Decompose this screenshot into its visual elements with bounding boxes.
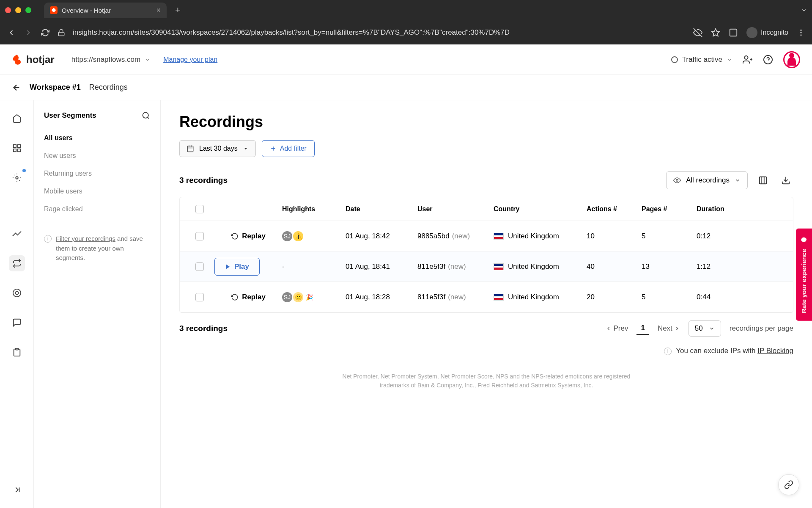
row-checkbox[interactable] bbox=[195, 293, 204, 301]
col-duration[interactable]: Duration bbox=[697, 205, 747, 213]
col-user[interactable]: User bbox=[417, 205, 494, 213]
columns-button[interactable] bbox=[755, 173, 771, 188]
date-range-filter[interactable]: Last 30 days bbox=[179, 140, 256, 157]
segment-rage-clicked[interactable]: Rage clicked bbox=[44, 200, 150, 218]
current-page[interactable]: 1 bbox=[636, 322, 649, 335]
maximize-window-button[interactable] bbox=[25, 7, 31, 13]
row-checkbox[interactable] bbox=[195, 232, 204, 240]
nav-trends[interactable] bbox=[9, 226, 25, 242]
highlight-badge: 😕 bbox=[293, 292, 303, 302]
site-url: https://snapflows.com bbox=[71, 55, 140, 64]
segment-mobile-users[interactable]: Mobile users bbox=[44, 182, 150, 200]
nav-dashboard[interactable] bbox=[9, 140, 25, 156]
col-pages[interactable]: Pages # bbox=[642, 205, 697, 213]
help-icon[interactable] bbox=[763, 55, 773, 65]
per-page-select[interactable]: 50 bbox=[689, 320, 721, 337]
col-actions[interactable]: Actions # bbox=[587, 205, 642, 213]
hotjar-logo[interactable]: hotjar bbox=[12, 54, 55, 66]
forward-button[interactable] bbox=[24, 28, 33, 37]
select-all-checkbox[interactable] bbox=[195, 205, 204, 213]
tabs-overflow-icon[interactable] bbox=[801, 7, 807, 13]
play-icon bbox=[225, 264, 231, 270]
nav-heatmaps[interactable] bbox=[9, 285, 25, 301]
menu-icon[interactable] bbox=[797, 28, 805, 37]
flag-uk-icon bbox=[494, 263, 504, 270]
svg-rect-2 bbox=[730, 29, 737, 36]
tab-title: Overview - Hotjar bbox=[62, 7, 111, 14]
incognito-icon bbox=[746, 27, 757, 38]
content: Recordings Last 30 days Add filter 3 rec… bbox=[161, 100, 812, 508]
segments-hint: i Filter your recordings and save them t… bbox=[44, 234, 150, 263]
share-link-button[interactable] bbox=[778, 474, 799, 495]
prev-button[interactable]: Prev bbox=[606, 324, 628, 333]
col-date[interactable]: Date bbox=[346, 205, 417, 213]
summary-row: 3 recordings All recordings bbox=[179, 171, 793, 189]
download-button[interactable] bbox=[778, 173, 793, 188]
nav-highlights[interactable] bbox=[9, 170, 25, 186]
svg-rect-13 bbox=[17, 145, 20, 147]
traffic-status-selector[interactable]: Traffic active bbox=[671, 55, 732, 64]
reload-button[interactable] bbox=[41, 28, 50, 37]
main-area: User Segments All users New users Return… bbox=[0, 100, 812, 508]
date-cell: 01 Aug, 18:28 bbox=[346, 293, 417, 301]
svg-rect-15 bbox=[13, 149, 16, 152]
calendar-icon bbox=[187, 145, 194, 152]
back-button[interactable] bbox=[7, 28, 16, 37]
manage-plan-link[interactable]: Manage your plan bbox=[163, 56, 217, 64]
next-button[interactable]: Next bbox=[658, 324, 680, 333]
workspace-crumb[interactable]: Workspace #1 bbox=[30, 83, 81, 92]
country-cell: United Kingdom bbox=[494, 232, 587, 240]
add-filter-button[interactable]: Add filter bbox=[262, 140, 315, 157]
new-tab-button[interactable]: + bbox=[175, 5, 181, 16]
nav-collapse[interactable] bbox=[9, 482, 25, 498]
close-window-button[interactable] bbox=[5, 7, 11, 13]
site-lock-icon[interactable] bbox=[58, 29, 65, 36]
tab-bar: Overview - Hotjar × + bbox=[0, 0, 812, 20]
table-row[interactable]: Replay SJ⚠️ 01 Aug, 18:42 9885a5bd(new) … bbox=[180, 221, 793, 251]
search-icon[interactable] bbox=[142, 111, 150, 120]
feedback-tab-label: Rate your experience bbox=[801, 249, 808, 313]
col-highlights[interactable]: Highlights bbox=[282, 205, 346, 213]
svg-point-4 bbox=[800, 32, 801, 33]
row-checkbox[interactable] bbox=[195, 262, 204, 271]
segment-returning-users[interactable]: Returning users bbox=[44, 165, 150, 182]
minimize-window-button[interactable] bbox=[15, 7, 21, 13]
incognito-badge[interactable]: Incognito bbox=[746, 27, 788, 38]
table-row[interactable]: Replay SJ😕🎉 01 Aug, 18:28 811e5f3f(new) … bbox=[180, 282, 793, 312]
caret-down-icon bbox=[243, 146, 249, 152]
browser-tab[interactable]: Overview - Hotjar × bbox=[44, 3, 167, 18]
svg-rect-0 bbox=[58, 32, 64, 36]
segment-new-users[interactable]: New users bbox=[44, 147, 150, 165]
back-arrow[interactable] bbox=[12, 83, 21, 92]
table-row[interactable]: Play - 01 Aug, 18:41 811e5f3f(new) Unite… bbox=[180, 251, 793, 282]
svg-point-5 bbox=[800, 34, 801, 36]
window-controls bbox=[5, 7, 31, 13]
replay-button[interactable]: Replay bbox=[214, 232, 282, 240]
bookmark-star-icon[interactable] bbox=[711, 28, 720, 37]
nav-feedback[interactable] bbox=[9, 315, 25, 331]
invite-user-icon[interactable] bbox=[743, 55, 753, 65]
user-avatar[interactable] bbox=[783, 51, 800, 68]
pages-cell: 5 bbox=[642, 293, 697, 301]
nav-recordings[interactable] bbox=[9, 255, 25, 271]
nav-surveys[interactable] bbox=[9, 344, 25, 360]
col-country[interactable]: Country bbox=[494, 205, 587, 213]
pages-cell: 5 bbox=[642, 232, 697, 240]
site-selector[interactable]: https://snapflows.com bbox=[71, 55, 151, 64]
url-field[interactable] bbox=[73, 28, 686, 37]
close-tab-icon[interactable]: × bbox=[156, 6, 161, 15]
filter-recordings-link[interactable]: Filter your recordings bbox=[56, 235, 115, 242]
feedback-tab[interactable]: Rate your experience bbox=[796, 229, 812, 321]
replay-button[interactable]: Replay bbox=[214, 293, 282, 301]
view-selector[interactable]: All recordings bbox=[666, 171, 748, 189]
eye-off-icon[interactable] bbox=[693, 28, 702, 37]
segment-all-users[interactable]: All users bbox=[44, 129, 150, 147]
replay-icon bbox=[231, 293, 239, 301]
ip-blocking-link[interactable]: IP Blocking bbox=[757, 347, 793, 355]
extensions-icon[interactable] bbox=[729, 28, 738, 37]
hotjar-logo-icon bbox=[12, 54, 24, 66]
nav-home[interactable] bbox=[9, 110, 25, 127]
legal-text: Net Promoter, Net Promoter System, Net P… bbox=[334, 372, 639, 390]
play-button[interactable]: Play bbox=[214, 258, 260, 276]
info-icon: i bbox=[44, 235, 52, 243]
